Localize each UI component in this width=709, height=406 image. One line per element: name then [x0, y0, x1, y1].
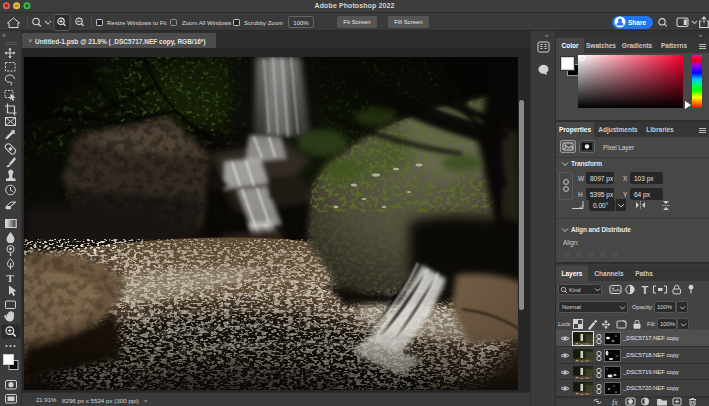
svg-text:»: »	[2, 32, 6, 39]
svg-text:T: T	[642, 284, 649, 296]
svg-text:fx: fx	[612, 398, 618, 406]
svg-text:T: T	[7, 272, 15, 284]
